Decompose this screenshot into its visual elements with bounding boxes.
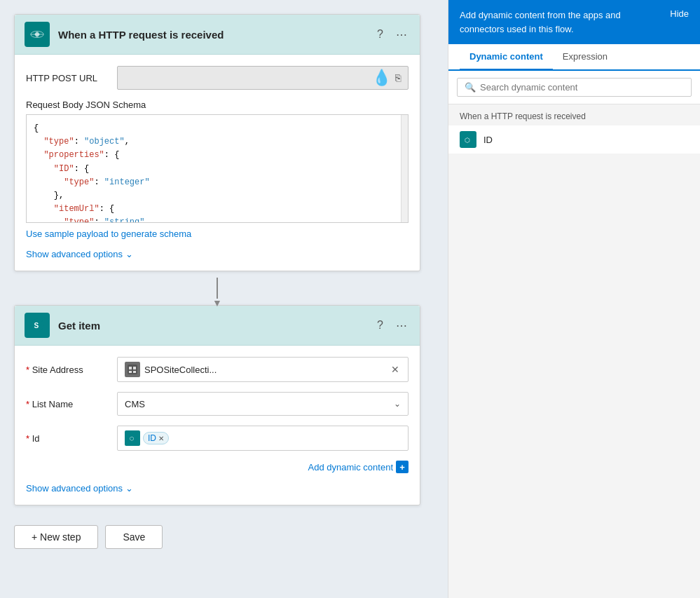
- schema-editor[interactable]: { "type": "object", "properties": { "ID"…: [26, 114, 409, 223]
- http-chevron-down-icon: ⌄: [125, 249, 133, 259]
- http-icon: [25, 22, 50, 47]
- http-post-url-box: 💧 ⎘: [117, 66, 409, 90]
- get-item-card-actions: ? ⋯: [374, 318, 410, 334]
- search-dynamic-input[interactable]: [480, 82, 684, 93]
- search-input-wrap: 🔍: [457, 78, 692, 97]
- http-card-actions: ? ⋯: [374, 27, 410, 43]
- id-token[interactable]: ID ✕: [143, 432, 169, 444]
- http-card-header: When a HTTP request is received ? ⋯: [15, 15, 420, 55]
- panel-section-label: When a HTTP request is received: [448, 104, 700, 125]
- get-item-card-title: Get item: [58, 320, 374, 332]
- id-token-icon: ⬡: [125, 430, 140, 446]
- http-show-advanced-label: Show advanced options: [26, 249, 123, 259]
- bottom-actions: + New step Save: [14, 525, 420, 549]
- dynamic-content-panel: Add dynamic content from the apps and co…: [448, 0, 700, 598]
- id-field[interactable]: ⬡ ID ✕: [117, 426, 409, 451]
- svg-rect-9: [133, 371, 136, 373]
- panel-tabs: Dynamic content Expression: [448, 44, 700, 71]
- list-name-dropdown[interactable]: CMS ⌄: [117, 392, 409, 416]
- panel-item-id[interactable]: ⬡ ID: [448, 125, 700, 154]
- svg-rect-8: [129, 371, 132, 373]
- site-address-value: SPOSiteCollecti...: [144, 365, 390, 375]
- tab-expression[interactable]: Expression: [553, 44, 617, 71]
- drop-icon: 💧: [372, 69, 391, 87]
- site-address-clear-button[interactable]: ✕: [390, 362, 401, 376]
- site-input-icon: [125, 362, 140, 377]
- get-item-show-advanced-label: Show advanced options: [26, 483, 123, 494]
- add-dynamic-label: Add dynamic content: [308, 462, 393, 473]
- sample-payload-link[interactable]: Use sample payload to generate schema: [26, 229, 191, 239]
- new-step-button[interactable]: + New step: [14, 525, 98, 549]
- list-name-chevron-icon: ⌄: [394, 399, 401, 409]
- panel-header: Add dynamic content from the apps and co…: [448, 0, 700, 44]
- http-show-advanced-button[interactable]: Show advanced options ⌄: [26, 249, 133, 259]
- get-item-chevron-down-icon: ⌄: [125, 483, 133, 494]
- site-address-row: Site Address SPOSiteCollecti... ✕: [26, 357, 409, 382]
- http-card-body: HTTP POST URL 💧 ⎘ Request Body JSON Sche…: [15, 55, 420, 271]
- arrow-line: [217, 278, 218, 299]
- id-token-text: ID: [148, 433, 156, 443]
- id-label: Id: [26, 433, 117, 444]
- panel-header-text: Add dynamic content from the apps and co…: [460, 8, 663, 36]
- get-item-show-advanced-button[interactable]: Show advanced options ⌄: [26, 483, 133, 494]
- panel-item-id-icon: ⬡: [460, 131, 476, 148]
- id-row: Id ⬡ ID ✕: [26, 426, 409, 451]
- site-address-input[interactable]: SPOSiteCollecti... ✕: [117, 357, 409, 382]
- tab-dynamic-content-label: Dynamic content: [469, 51, 543, 62]
- svg-rect-6: [129, 367, 132, 369]
- get-item-more-button[interactable]: ⋯: [393, 318, 410, 334]
- add-dynamic-row: Add dynamic content +: [26, 461, 409, 473]
- add-dynamic-content-button[interactable]: Add dynamic content +: [308, 461, 409, 473]
- sharepoint-icon: S: [25, 313, 50, 338]
- search-icon: 🔍: [465, 82, 476, 93]
- list-name-value: CMS: [125, 399, 394, 409]
- panel-search-area: 🔍: [448, 71, 700, 104]
- add-dynamic-plus-icon: +: [396, 461, 409, 473]
- svg-text:⬡: ⬡: [130, 436, 134, 441]
- get-item-card: S Get item ? ⋯ Site Address: [14, 305, 420, 505]
- http-request-card: When a HTTP request is received ? ⋯ HTTP…: [14, 14, 420, 271]
- request-body-label: Request Body JSON Schema: [26, 100, 409, 110]
- http-post-url-row: HTTP POST URL 💧 ⎘: [26, 66, 409, 90]
- get-item-help-button[interactable]: ?: [374, 318, 386, 333]
- panel-hide-button[interactable]: Hide: [670, 8, 689, 19]
- connector-arrow: [14, 271, 420, 305]
- http-card-title: When a HTTP request is received: [58, 29, 374, 41]
- copy-icon[interactable]: ⎘: [395, 72, 401, 83]
- http-post-url-label: HTTP POST URL: [26, 73, 117, 83]
- svg-text:S: S: [34, 322, 39, 329]
- svg-text:⬡: ⬡: [465, 137, 470, 144]
- svg-rect-7: [133, 367, 136, 369]
- list-name-row: List Name CMS ⌄: [26, 392, 409, 416]
- save-button[interactable]: Save: [105, 525, 163, 549]
- get-item-card-body: Site Address SPOSiteCollecti... ✕: [15, 346, 420, 505]
- http-help-button[interactable]: ?: [374, 27, 386, 42]
- request-body-section: Request Body JSON Schema { "type": "obje…: [26, 100, 409, 223]
- tab-expression-label: Expression: [563, 51, 608, 62]
- panel-item-id-label: ID: [483, 135, 493, 145]
- http-more-button[interactable]: ⋯: [393, 27, 410, 43]
- get-item-card-header: S Get item ? ⋯: [15, 306, 420, 346]
- list-name-label: List Name: [26, 399, 117, 409]
- site-address-label: Site Address: [26, 365, 117, 375]
- id-token-close-button[interactable]: ✕: [158, 435, 164, 442]
- tab-dynamic-content[interactable]: Dynamic content: [460, 44, 553, 71]
